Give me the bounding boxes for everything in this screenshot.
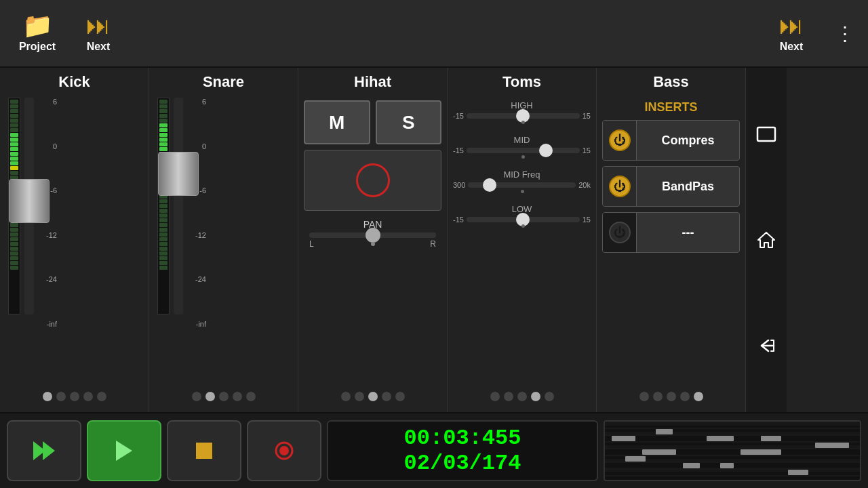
inserts-content: INSERTS ⏻ Compres ⏻ BandPas ⏻ --- <box>599 98 743 386</box>
kick-dot-4[interactable] <box>83 392 93 401</box>
bass-dot-1[interactable] <box>639 392 649 401</box>
next-right-button[interactable]: ⏭ Next <box>761 3 822 64</box>
snare-fader-scale: 6 0 -6 -12 -24 -inf <box>187 98 206 328</box>
insert-power-icon-3[interactable]: ⏻ <box>609 222 631 243</box>
insert-slot-3: ⏻ --- <box>602 212 740 253</box>
insert-name-1[interactable]: Compres <box>637 134 739 148</box>
hihat-knob[interactable] <box>356 163 390 197</box>
snare-channel-name: Snare <box>203 73 244 91</box>
hihat-knob-area <box>304 150 441 211</box>
insert-name-3[interactable]: --- <box>637 226 739 240</box>
toms-high-section: HIGH -15 15 <box>453 100 591 120</box>
insert-name-2[interactable]: BandPas <box>637 180 739 194</box>
stop-button[interactable] <box>167 420 241 481</box>
svg-rect-17 <box>605 422 861 426</box>
bass-dot-5[interactable] <box>694 392 703 401</box>
hihat-dot-3[interactable] <box>368 392 378 401</box>
insert-power-icon-1[interactable]: ⏻ <box>609 129 631 151</box>
pan-slider[interactable] <box>309 232 436 238</box>
next-left-button[interactable]: ⏭ Next <box>68 3 129 64</box>
kick-dot-5[interactable] <box>97 392 106 401</box>
toms-dot-1[interactable] <box>490 392 500 401</box>
svg-marker-1 <box>758 232 774 247</box>
back-icon-button[interactable] <box>753 332 780 359</box>
toms-channel: Toms HIGH -15 15 MID -15 <box>448 68 597 412</box>
hihat-dot-1[interactable] <box>341 392 351 401</box>
snare-vu-left <box>157 98 170 314</box>
toms-dot-3[interactable] <box>517 392 527 401</box>
toms-dots <box>450 386 593 407</box>
svg-rect-28 <box>815 443 849 448</box>
solo-button[interactable]: S <box>376 100 442 144</box>
kick-fader-track[interactable] <box>24 98 34 314</box>
svg-rect-31 <box>720 463 734 468</box>
piano-roll[interactable] <box>604 420 861 481</box>
toms-dot-4[interactable] <box>531 392 540 401</box>
record-button[interactable] <box>247 420 321 481</box>
toms-mid-thumb[interactable] <box>539 144 553 157</box>
rect-icon <box>756 126 776 142</box>
right-icons-panel <box>746 68 787 412</box>
snare-dot-4[interactable] <box>233 392 242 401</box>
bass-dot-4[interactable] <box>680 392 690 401</box>
snare-dot-3[interactable] <box>219 392 229 401</box>
toolbar-right: ⏭ Next ⋮ <box>761 3 861 64</box>
home-icon <box>757 230 776 249</box>
insert-power-3[interactable]: ⏻ <box>603 213 637 252</box>
toms-mid-slider[interactable] <box>467 148 580 153</box>
stop-icon <box>192 439 216 463</box>
toms-low-slider[interactable] <box>467 217 580 222</box>
toms-freq-max: 20k <box>578 181 591 189</box>
hihat-dots <box>301 386 444 407</box>
snare-dot-2[interactable] <box>205 392 215 401</box>
svg-rect-23 <box>642 449 676 455</box>
snare-fader-area: 6 0 -6 -12 -24 -inf <box>152 98 295 386</box>
snare-fader-handle[interactable] <box>158 152 199 196</box>
toms-midfreq-row: 300 20k <box>453 181 591 189</box>
snare-dot-5[interactable] <box>246 392 256 401</box>
kick-dot-1[interactable] <box>43 392 52 401</box>
hihat-dot-4[interactable] <box>382 392 391 401</box>
svg-rect-32 <box>761 436 781 441</box>
bass-dot-2[interactable] <box>653 392 663 401</box>
svg-rect-25 <box>707 436 734 441</box>
toms-dot-5[interactable] <box>545 392 554 401</box>
toms-midfreq-slider[interactable] <box>468 182 576 188</box>
kick-dot-3[interactable] <box>70 392 79 401</box>
insert-power-icon-2[interactable]: ⏻ <box>609 176 631 197</box>
bass-dot-3[interactable] <box>667 392 676 401</box>
insert-slot-1: ⏻ Compres <box>602 120 740 161</box>
hihat-channel-name: Hihat <box>354 73 391 91</box>
insert-power-2[interactable]: ⏻ <box>603 167 637 206</box>
more-button[interactable]: ⋮ <box>829 16 861 52</box>
kick-fader-handle[interactable] <box>9 179 50 223</box>
toms-low-row: -15 15 <box>453 216 591 224</box>
bass-dots <box>599 386 743 407</box>
project-button[interactable]: 📁 Project <box>7 3 68 64</box>
pan-thumb[interactable] <box>366 228 380 243</box>
toms-low-section: LOW -15 15 <box>453 204 591 224</box>
next-right-label: Next <box>780 41 804 53</box>
snare-channel: Snare <box>149 68 298 412</box>
play-step-icon <box>31 439 58 463</box>
play-step-button[interactable] <box>7 420 81 481</box>
home-icon-button[interactable] <box>753 226 780 253</box>
hihat-dot-5[interactable] <box>395 392 405 401</box>
snare-dots <box>152 386 295 407</box>
kick-dot-2[interactable] <box>56 392 66 401</box>
play-button[interactable] <box>87 420 161 481</box>
snare-fader-track[interactable] <box>174 98 183 314</box>
toms-high-slider[interactable] <box>467 113 580 119</box>
hihat-dot-2[interactable] <box>355 392 364 401</box>
insert-power-1[interactable]: ⏻ <box>603 121 637 160</box>
snare-dot-1[interactable] <box>192 392 201 401</box>
toms-midfreq-label: MID Freq <box>453 169 591 180</box>
toms-content: HIGH -15 15 MID -15 <box>450 98 593 386</box>
toms-low-min: -15 <box>453 216 464 224</box>
toms-dot-2[interactable] <box>504 392 513 401</box>
kick-channel: Kick <box>0 68 149 412</box>
mute-button[interactable]: M <box>304 100 370 144</box>
toms-channel-name: Toms <box>502 73 541 91</box>
toms-midfreq-thumb[interactable] <box>483 178 496 192</box>
rect-icon-button[interactable] <box>753 121 780 148</box>
